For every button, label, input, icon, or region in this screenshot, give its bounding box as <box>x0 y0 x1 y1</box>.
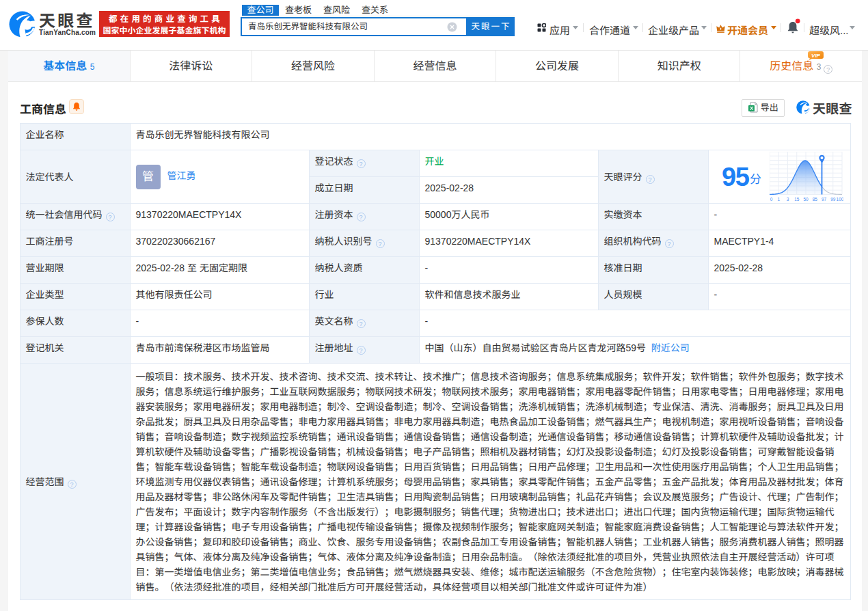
svg-text:85: 85 <box>813 197 818 202</box>
svg-text:1: 1 <box>777 197 780 202</box>
svg-text:VIP: VIP <box>812 53 822 59</box>
svg-text:3: 3 <box>787 197 789 202</box>
svg-text:100: 100 <box>837 197 843 202</box>
svg-text:99: 99 <box>830 197 836 202</box>
svg-text:97: 97 <box>822 197 827 202</box>
svg-text:0: 0 <box>770 197 773 202</box>
svg-text:15: 15 <box>794 197 800 202</box>
svg-text:50: 50 <box>803 197 809 202</box>
